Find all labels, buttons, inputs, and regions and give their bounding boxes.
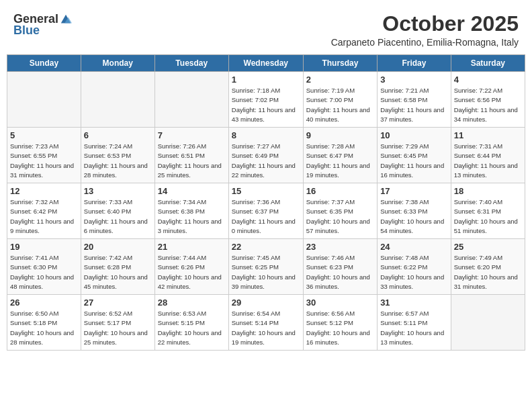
day-info-line: Sunrise: 7:33 AM bbox=[84, 197, 152, 207]
day-info-line: Daylight: 11 hours and 9 minutes. bbox=[10, 217, 78, 236]
calendar-week-row: 26Sunrise: 6:50 AMSunset: 5:18 PMDayligh… bbox=[7, 295, 525, 351]
calendar-day-cell: 21Sunrise: 7:44 AMSunset: 6:26 PMDayligh… bbox=[154, 239, 228, 295]
day-info-line: Daylight: 10 hours and 31 minutes. bbox=[454, 273, 522, 292]
day-number: 26 bbox=[10, 298, 78, 308]
day-info-line: Daylight: 11 hours and 6 minutes. bbox=[84, 217, 152, 236]
day-info-line: Daylight: 11 hours and 25 minutes. bbox=[158, 161, 226, 181]
day-number: 11 bbox=[454, 130, 522, 140]
day-info-line: Sunrise: 7:26 AM bbox=[158, 142, 226, 151]
title-block: October 2025 Carpaneto Piacentino, Emili… bbox=[331, 12, 519, 48]
day-info-line: Sunset: 5:15 PM bbox=[158, 318, 226, 328]
calendar-day-cell: 10Sunrise: 7:29 AMSunset: 6:45 PMDayligh… bbox=[378, 128, 451, 183]
day-info-line: Sunset: 6:58 PM bbox=[380, 95, 448, 105]
day-info-line: Sunset: 6:40 PM bbox=[84, 207, 152, 216]
day-number: 23 bbox=[306, 242, 374, 252]
calendar-day-cell: 16Sunrise: 7:37 AMSunset: 6:35 PMDayligh… bbox=[303, 183, 377, 239]
day-number: 17 bbox=[380, 186, 448, 196]
calendar-day-cell: 11Sunrise: 7:31 AMSunset: 6:44 PMDayligh… bbox=[451, 128, 525, 183]
day-number: 29 bbox=[232, 298, 300, 308]
calendar-day-cell: 28Sunrise: 6:53 AMSunset: 5:15 PMDayligh… bbox=[154, 295, 228, 351]
calendar-day-cell: 19Sunrise: 7:41 AMSunset: 6:30 PMDayligh… bbox=[7, 239, 81, 295]
day-info-line: Sunset: 6:33 PM bbox=[380, 207, 448, 216]
day-info-line: Sunrise: 6:57 AM bbox=[380, 309, 448, 318]
day-info-line: Sunrise: 7:23 AM bbox=[10, 142, 78, 151]
day-number: 2 bbox=[306, 75, 374, 85]
calendar-header-friday: Friday bbox=[378, 55, 451, 72]
day-info-line: Sunrise: 7:22 AM bbox=[454, 86, 522, 95]
calendar-day-cell: 26Sunrise: 6:50 AMSunset: 5:18 PMDayligh… bbox=[7, 295, 81, 351]
day-info-line: Sunrise: 6:52 AM bbox=[84, 309, 152, 318]
day-info-line: Sunset: 7:00 PM bbox=[306, 95, 374, 105]
calendar-day-cell bbox=[81, 72, 154, 128]
day-info-line: Daylight: 10 hours and 19 minutes. bbox=[232, 328, 300, 348]
day-info-line: Sunset: 7:02 PM bbox=[232, 95, 300, 105]
calendar-header-sunday: Sunday bbox=[7, 55, 81, 72]
day-info-line: Daylight: 10 hours and 33 minutes. bbox=[380, 273, 448, 292]
day-info-line: Daylight: 10 hours and 22 minutes. bbox=[158, 328, 226, 348]
calendar-day-cell: 13Sunrise: 7:33 AMSunset: 6:40 PMDayligh… bbox=[81, 183, 154, 239]
calendar-header-saturday: Saturday bbox=[451, 55, 525, 72]
day-info-line: Daylight: 11 hours and 16 minutes. bbox=[380, 161, 448, 181]
day-info-line: Sunrise: 6:56 AM bbox=[306, 309, 374, 318]
day-number: 6 bbox=[84, 130, 152, 140]
day-info-line: Sunset: 6:31 PM bbox=[454, 207, 522, 216]
day-number: 21 bbox=[158, 242, 226, 252]
day-info-line: Sunrise: 7:32 AM bbox=[10, 197, 78, 207]
calendar-day-cell: 25Sunrise: 7:49 AMSunset: 6:20 PMDayligh… bbox=[451, 239, 525, 295]
logo-blue-text: Blue bbox=[13, 24, 40, 38]
day-number: 30 bbox=[306, 298, 374, 308]
day-info-line: Daylight: 11 hours and 19 minutes. bbox=[306, 161, 374, 181]
day-info-line: Sunset: 6:37 PM bbox=[232, 207, 300, 216]
day-number: 24 bbox=[380, 242, 448, 252]
day-number: 15 bbox=[232, 186, 300, 196]
day-info-line: Daylight: 10 hours and 25 minutes. bbox=[84, 328, 152, 348]
day-info-line: Daylight: 10 hours and 16 minutes. bbox=[306, 328, 374, 348]
calendar-day-cell: 23Sunrise: 7:46 AMSunset: 6:23 PMDayligh… bbox=[303, 239, 377, 295]
day-number: 22 bbox=[232, 242, 300, 252]
calendar-day-cell: 29Sunrise: 6:54 AMSunset: 5:14 PMDayligh… bbox=[228, 295, 303, 351]
day-number: 7 bbox=[158, 130, 226, 140]
calendar-day-cell: 18Sunrise: 7:40 AMSunset: 6:31 PMDayligh… bbox=[451, 183, 525, 239]
day-info-line: Sunset: 6:49 PM bbox=[232, 151, 300, 161]
day-info-line: Sunrise: 6:50 AM bbox=[10, 309, 78, 318]
day-info-line: Sunset: 6:51 PM bbox=[158, 151, 226, 161]
day-info-line: Sunset: 6:22 PM bbox=[380, 263, 448, 272]
calendar-day-cell: 5Sunrise: 7:23 AMSunset: 6:55 PMDaylight… bbox=[7, 128, 81, 183]
day-number: 19 bbox=[10, 242, 78, 252]
day-info-line: Daylight: 11 hours and 43 minutes. bbox=[232, 105, 300, 125]
day-number: 10 bbox=[380, 130, 448, 140]
calendar-day-cell: 20Sunrise: 7:42 AMSunset: 6:28 PMDayligh… bbox=[81, 239, 154, 295]
calendar-day-cell bbox=[7, 72, 81, 128]
calendar-header-tuesday: Tuesday bbox=[154, 55, 228, 72]
day-info-line: Sunrise: 7:28 AM bbox=[306, 142, 374, 151]
calendar-header-monday: Monday bbox=[81, 55, 154, 72]
day-info-line: Sunset: 6:47 PM bbox=[306, 151, 374, 161]
calendar-header-row: SundayMondayTuesdayWednesdayThursdayFrid… bbox=[7, 55, 525, 72]
day-info-line: Sunrise: 7:31 AM bbox=[454, 142, 522, 151]
day-info-line: Daylight: 10 hours and 57 minutes. bbox=[306, 217, 374, 236]
day-number: 28 bbox=[158, 298, 226, 308]
day-info-line: Sunrise: 7:24 AM bbox=[84, 142, 152, 151]
day-info-line: Sunset: 5:18 PM bbox=[10, 318, 78, 328]
calendar-day-cell: 22Sunrise: 7:45 AMSunset: 6:25 PMDayligh… bbox=[228, 239, 303, 295]
calendar-day-cell: 4Sunrise: 7:22 AMSunset: 6:56 PMDaylight… bbox=[451, 72, 525, 128]
day-info-line: Sunrise: 7:37 AM bbox=[306, 197, 374, 207]
day-info-line: Sunset: 6:28 PM bbox=[84, 263, 152, 272]
day-number: 31 bbox=[380, 298, 448, 308]
day-info-line: Daylight: 11 hours and 34 minutes. bbox=[454, 105, 522, 125]
day-info-line: Sunrise: 7:36 AM bbox=[232, 197, 300, 207]
day-info-line: Sunrise: 7:18 AM bbox=[232, 86, 300, 95]
calendar-day-cell: 2Sunrise: 7:19 AMSunset: 7:00 PMDaylight… bbox=[303, 72, 377, 128]
location-subtitle: Carpaneto Piacentino, Emilia-Romagna, It… bbox=[331, 37, 519, 48]
day-info-line: Daylight: 10 hours and 45 minutes. bbox=[84, 273, 152, 292]
day-info-line: Sunrise: 7:21 AM bbox=[380, 86, 448, 95]
calendar-day-cell: 27Sunrise: 6:52 AMSunset: 5:17 PMDayligh… bbox=[81, 295, 154, 351]
day-info-line: Sunrise: 6:54 AM bbox=[232, 309, 300, 318]
day-number: 12 bbox=[10, 186, 78, 196]
day-info-line: Daylight: 10 hours and 54 minutes. bbox=[380, 217, 448, 236]
calendar-week-row: 1Sunrise: 7:18 AMSunset: 7:02 PMDaylight… bbox=[7, 72, 525, 128]
day-number: 1 bbox=[232, 75, 300, 85]
day-info-line: Sunset: 6:44 PM bbox=[454, 151, 522, 161]
day-info-line: Sunrise: 7:27 AM bbox=[232, 142, 300, 151]
day-info-line: Sunrise: 7:44 AM bbox=[158, 253, 226, 263]
